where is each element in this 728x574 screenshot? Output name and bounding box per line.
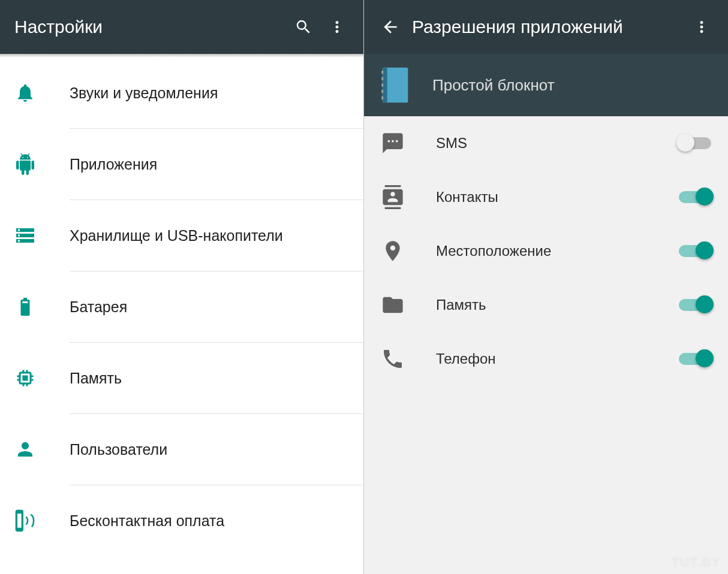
settings-item-label: Бесконтактная оплата [70, 512, 363, 530]
settings-item-label: Пользователи [70, 441, 363, 458]
permission-switch-phone[interactable] [679, 353, 711, 365]
location-icon [381, 239, 405, 263]
permission-label: Телефон [436, 351, 679, 367]
contacts-icon [381, 185, 405, 209]
search-icon [294, 18, 312, 36]
memory-icon [14, 367, 36, 389]
notebook-icon [378, 66, 412, 104]
phone-icon [381, 347, 405, 371]
settings-item-label: Память [70, 370, 363, 387]
back-button[interactable] [374, 17, 407, 37]
permission-label: Местоположение [436, 243, 679, 259]
settings-item-sound[interactable]: Звуки и уведомления [0, 58, 363, 128]
bell-icon [14, 82, 36, 104]
permissions-appbar: Разрешения приложений [364, 0, 728, 54]
permission-switch-sms[interactable] [679, 137, 711, 149]
permission-switch-contacts[interactable] [679, 191, 711, 203]
settings-appbar: Настройки [0, 0, 363, 54]
settings-item-label: Приложения [70, 156, 363, 173]
permission-label: SMS [436, 135, 679, 152]
app-icon-notebook [378, 66, 432, 104]
permission-row-phone[interactable]: Телефон [364, 332, 728, 386]
settings-item-memory[interactable]: Память [0, 343, 363, 413]
permission-switch-location[interactable] [679, 245, 711, 257]
settings-item-label: Хранилище и USB-накопители [70, 227, 363, 244]
battery-icon [14, 296, 36, 318]
svg-rect-4 [381, 83, 383, 86]
more-vert-icon [328, 18, 346, 36]
settings-item-users[interactable]: Пользователи [0, 414, 363, 485]
svg-rect-6 [381, 96, 383, 99]
android-icon [14, 153, 36, 175]
settings-item-label: Батарея [70, 298, 363, 316]
settings-item-tap-pay[interactable]: Бесконтактная оплата [0, 485, 363, 556]
person-icon [14, 439, 36, 460]
permissions-title: Разрешения приложений [412, 17, 685, 37]
svg-rect-5 [381, 90, 383, 93]
permission-row-location[interactable]: Местоположение [364, 224, 728, 278]
overflow-button[interactable] [685, 10, 718, 44]
overflow-button[interactable] [320, 10, 354, 44]
settings-item-storage[interactable]: Хранилище и USB-накопители [0, 200, 363, 271]
search-button[interactable] [287, 10, 320, 44]
permission-label: Контакты [436, 189, 679, 206]
storage-icon [14, 225, 36, 246]
sms-icon [381, 131, 405, 155]
permission-label: Память [436, 297, 679, 313]
settings-item-apps[interactable]: Приложения [0, 129, 363, 200]
settings-list: Звуки и уведомления Приложения Хранилище… [0, 58, 363, 574]
permission-switch-storage[interactable] [679, 299, 711, 311]
settings-item-battery[interactable]: Батарея [0, 271, 363, 342]
permission-row-contacts[interactable]: Контакты [364, 170, 728, 224]
settings-item-label: Звуки и уведомления [70, 84, 363, 102]
svg-rect-3 [381, 77, 383, 80]
more-vert-icon [693, 18, 711, 36]
permission-row-storage[interactable]: Память [364, 278, 728, 332]
arrow-back-icon [381, 17, 400, 37]
settings-title: Настройки [14, 17, 287, 37]
permissions-list: SMS Контакты Местоположение Память Телеф… [364, 116, 728, 574]
folder-icon [381, 293, 405, 317]
permission-row-sms[interactable]: SMS [364, 116, 728, 170]
permissions-screen: Разрешения приложений Простой блокнот SM… [364, 0, 728, 574]
svg-rect-2 [381, 71, 383, 74]
app-name-label: Простой блокнот [432, 76, 555, 95]
settings-screen: Настройки Звуки и уведомления Приложения… [0, 0, 364, 574]
tap-pay-icon [14, 509, 38, 533]
app-header: Простой блокнот [364, 54, 728, 116]
